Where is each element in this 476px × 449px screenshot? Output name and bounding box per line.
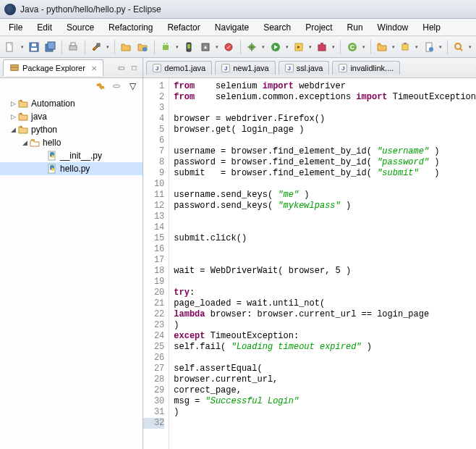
editor-tab-1[interactable]: Jnew1.java [215,61,276,75]
svg-point-44 [51,168,54,171]
node-label: python [31,125,57,135]
tree-node-hello-py[interactable]: hello.py [0,162,143,175]
line-number: 4 [143,114,164,125]
tab-label: new1.java [233,64,269,72]
run-button[interactable] [268,39,283,55]
close-icon[interactable]: ✕ [91,64,97,72]
new-class-button[interactable]: C [344,39,360,55]
view-title: Package Explorer [22,64,85,72]
view-menu-icon[interactable]: ▽ [127,80,138,92]
menu-window[interactable]: Window [370,20,416,35]
menu-project[interactable]: Project [298,20,339,35]
editor-tab-3[interactable]: Jinvalidlink.... [332,61,400,75]
save-button[interactable] [26,39,41,55]
code-line-10 [174,179,476,190]
editor-area: Jdemo1.javaJnew1.javaJssl.javaJinvalidli… [143,58,476,449]
menu-navigate[interactable]: Navigate [208,20,256,35]
tree-node-__init__-py[interactable]: __init__.py [0,149,143,162]
dropdown-arrow-icon[interactable]: ▾ [214,39,220,55]
node-label: java [31,112,47,122]
package-explorer-tab[interactable]: Package Explorer ✕ [3,59,103,76]
line-number: 17 [143,255,164,266]
tree-node-hello[interactable]: ◢hello [0,136,143,149]
minimize-icon[interactable]: ▭ [115,62,127,74]
code-line-7: username = browser.find_element_by_id( "… [174,146,476,157]
code-line-19 [174,277,476,288]
link-editor-icon[interactable] [111,80,122,92]
dropdown-arrow-icon[interactable]: ▾ [438,39,443,55]
separator [447,40,448,54]
menu-file[interactable]: File [1,20,30,35]
new-file-button[interactable] [421,39,436,55]
print-button[interactable] [66,39,81,55]
code-line-11: username.send_keys( "me" ) [174,190,476,201]
folder-icon [17,111,29,122]
dropdown-arrow-icon[interactable]: ▾ [307,39,313,55]
eclipse-icon [4,4,16,15]
code-line-26 [174,353,476,364]
hammer-button[interactable] [89,39,104,55]
external-tools-button[interactable] [315,39,330,55]
menu-help[interactable]: Help [415,20,448,35]
collapse-all-icon[interactable] [95,80,106,92]
new-plugin-button[interactable] [398,39,413,55]
emulator-button[interactable] [182,39,197,55]
save-all-button[interactable] [43,39,58,55]
line-number: 9 [143,168,164,179]
sdk-button[interactable] [198,39,213,55]
menu-refactor[interactable]: Refactor [160,20,207,35]
menu-source[interactable]: Source [59,20,101,35]
menu-run[interactable]: Run [340,20,370,35]
editor-tab-0[interactable]: Jdemo1.java [146,61,212,75]
svg-rect-7 [71,43,75,46]
code-line-2: from selenium.common.exceptions import T… [174,92,476,103]
node-label: hello.py [60,164,90,174]
debug-button[interactable] [245,39,260,55]
tree-node-python[interactable]: ◢python [0,123,143,136]
svg-rect-28 [402,44,408,50]
dropdown-arrow-icon[interactable]: ▾ [105,39,111,55]
android-button[interactable] [158,39,174,55]
dropdown-arrow-icon[interactable]: ▾ [284,39,290,55]
folder2-button[interactable] [135,39,150,55]
svg-point-31 [429,47,433,51]
code-line-23: ) [174,320,476,331]
new-package-button[interactable] [374,39,389,55]
twist-icon[interactable]: ▷ [9,100,17,107]
editor-tab-2[interactable]: Jssl.java [279,61,330,75]
dropdown-arrow-icon[interactable]: ▾ [20,39,25,55]
code-line-1: from selenium import webdriver [174,81,476,92]
twist-icon[interactable]: ◢ [20,139,29,146]
svg-rect-6 [69,46,77,50]
code-line-13 [174,211,476,222]
line-number: 12 [143,201,164,211]
tree-node-Automation[interactable]: ▷Automation [0,97,143,110]
line-number: 2 [143,92,164,103]
separator [340,40,341,54]
dropdown-arrow-icon[interactable]: ▾ [174,39,180,55]
line-number: 21 [143,298,164,309]
run-last-button[interactable] [292,39,307,55]
menu-edit[interactable]: Edit [30,20,59,35]
dropdown-arrow-icon[interactable]: ▾ [331,39,337,55]
tree-node-java[interactable]: ▷java [0,110,143,123]
separator [61,40,62,54]
code-source[interactable]: from selenium import webdriverfrom selen… [169,78,476,449]
maximize-icon[interactable]: □ [128,62,140,74]
node-label: hello [43,138,61,148]
separator [154,40,155,54]
twist-icon[interactable]: ◢ [9,126,17,133]
new-button[interactable] [3,39,18,55]
dropdown-arrow-icon[interactable]: ▾ [361,39,367,55]
dropdown-arrow-icon[interactable]: ▾ [261,39,267,55]
menu-search[interactable]: Search [256,20,298,35]
code-line-9: submit = browser.find_element_by_id( "su… [174,168,476,179]
dropdown-arrow-icon[interactable]: ▾ [467,39,473,55]
menu-refactoring[interactable]: Refactoring [101,20,160,35]
folder1-button[interactable] [119,39,134,55]
lint-button[interactable]: ✓ [221,39,237,55]
dropdown-arrow-icon[interactable]: ▾ [391,39,396,55]
dropdown-arrow-icon[interactable]: ▾ [415,39,420,55]
twist-icon[interactable]: ▷ [9,113,17,120]
search-button[interactable] [451,39,467,55]
